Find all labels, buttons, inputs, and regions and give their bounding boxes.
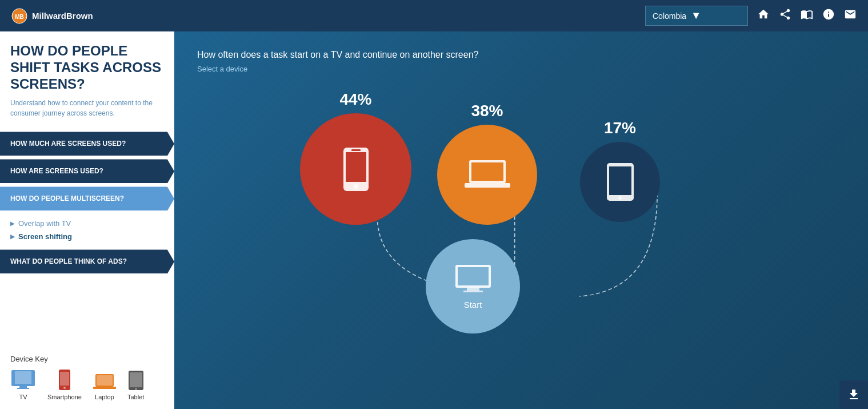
- nav-ads[interactable]: WHAT DO PEOPLE THINK OF ADS?: [0, 249, 174, 273]
- sub-nav: ▶ Overlap with TV ▶ Screen shifting: [0, 212, 174, 248]
- tv-icon: [10, 369, 36, 391]
- nav-sub-screen-shifting[interactable]: ▶ Screen shifting: [10, 230, 164, 243]
- device-tv-label: TV: [19, 394, 27, 400]
- country-dropdown[interactable]: Colombia ▼: [645, 6, 748, 26]
- smartphone-circle-icon: [339, 146, 373, 192]
- nav-multiscreen[interactable]: HOW DO PEOPLE MULTISCREEN?: [0, 186, 174, 211]
- content-area: How often does a task start on a TV and …: [174, 31, 868, 409]
- svg-rect-28: [463, 291, 483, 292]
- device-tablet: Tablet: [127, 370, 144, 400]
- laptop-circle-icon: [465, 158, 510, 192]
- smartphone-circle[interactable]: 44%: [300, 90, 411, 225]
- content-select-prompt[interactable]: Select a device: [197, 65, 845, 73]
- info-icon[interactable]: [822, 8, 835, 23]
- tablet-percentage: 17%: [604, 119, 636, 137]
- svg-rect-16: [346, 152, 366, 182]
- laptop-icon: [93, 374, 116, 391]
- arrow-icon: ▶: [10, 233, 15, 240]
- smartphone-icon: [58, 369, 71, 391]
- tv-start-icon: [453, 264, 493, 295]
- svg-rect-11: [93, 387, 116, 389]
- nav-screens-used-how[interactable]: HOW ARE SCREENS USED?: [0, 159, 174, 183]
- device-smartphone: Smartphone: [47, 369, 82, 400]
- svg-rect-20: [471, 162, 503, 181]
- svg-point-14: [135, 388, 137, 390]
- download-icon: [847, 388, 861, 402]
- svg-rect-10: [97, 375, 113, 386]
- svg-rect-26: [458, 267, 489, 285]
- svg-text:MB: MB: [15, 14, 24, 20]
- device-laptop: Laptop: [93, 374, 116, 400]
- svg-point-8: [63, 387, 66, 389]
- laptop-circle[interactable]: 38%: [437, 102, 537, 225]
- svg-rect-18: [351, 149, 361, 151]
- page-subtitle: Understand how to connect your content t…: [0, 98, 174, 130]
- smartphone-percentage: 44%: [339, 90, 371, 109]
- svg-point-17: [354, 184, 358, 189]
- svg-rect-27: [467, 288, 479, 291]
- mail-icon[interactable]: [844, 8, 857, 23]
- laptop-circle-bg: [437, 125, 537, 225]
- device-key: Device Key TV: [0, 346, 174, 409]
- nav-screens-used-much[interactable]: HOW MUCH ARE SCREENS USED?: [0, 132, 174, 156]
- device-tv: TV: [10, 369, 36, 400]
- tablet-circle-icon: [605, 162, 636, 202]
- svg-point-24: [618, 196, 622, 200]
- header: MB MillwardBrown Colombia ▼: [0, 0, 868, 31]
- device-key-label: Device Key: [10, 355, 164, 363]
- device-smartphone-label: Smartphone: [47, 394, 82, 400]
- millwardbrown-logo-icon: MB: [11, 8, 27, 24]
- laptop-percentage: 38%: [471, 102, 503, 120]
- visualization: 44% 38%: [197, 85, 845, 371]
- svg-rect-7: [60, 372, 69, 386]
- logo-text: MillwardBrown: [32, 11, 93, 21]
- content-question: How often does a task start on a TV and …: [197, 49, 845, 61]
- tablet-icon: [128, 370, 144, 391]
- home-icon[interactable]: [757, 8, 770, 23]
- start-label: Start: [464, 300, 482, 309]
- header-right: Colombia ▼: [645, 6, 857, 26]
- tablet-circle-bg: [580, 142, 660, 222]
- share-icon[interactable]: [779, 8, 791, 23]
- svg-rect-21: [465, 183, 510, 188]
- country-label: Colombia: [653, 11, 686, 21]
- smartphone-circle-bg: [300, 113, 411, 225]
- tv-start-circle[interactable]: Start: [426, 239, 520, 333]
- chevron-down-icon: ▼: [691, 10, 701, 22]
- page-title: HOW DO PEOPLE SHIFT TASKS ACROSS SCREENS…: [0, 43, 174, 98]
- nav-sub-overlap-tv[interactable]: ▶ Overlap with TV: [10, 217, 164, 230]
- sidebar: HOW DO PEOPLE SHIFT TASKS ACROSS SCREENS…: [0, 31, 174, 409]
- svg-rect-5: [17, 388, 29, 389]
- arrow-icon: ▶: [10, 220, 15, 227]
- svg-rect-13: [130, 372, 142, 387]
- main-layout: HOW DO PEOPLE SHIFT TASKS ACROSS SCREENS…: [0, 31, 868, 409]
- device-icons: TV Smartphone Laptop: [10, 369, 164, 400]
- tv-start-circle-bg: Start: [426, 239, 520, 333]
- svg-rect-23: [609, 166, 631, 195]
- book-icon[interactable]: [801, 8, 813, 23]
- header-left: MB MillwardBrown: [11, 8, 93, 24]
- svg-rect-4: [19, 386, 27, 388]
- svg-rect-3: [15, 371, 31, 384]
- device-laptop-label: Laptop: [95, 394, 114, 400]
- download-button[interactable]: [839, 380, 868, 409]
- tablet-circle[interactable]: 17%: [580, 119, 660, 222]
- device-tablet-label: Tablet: [127, 394, 144, 400]
